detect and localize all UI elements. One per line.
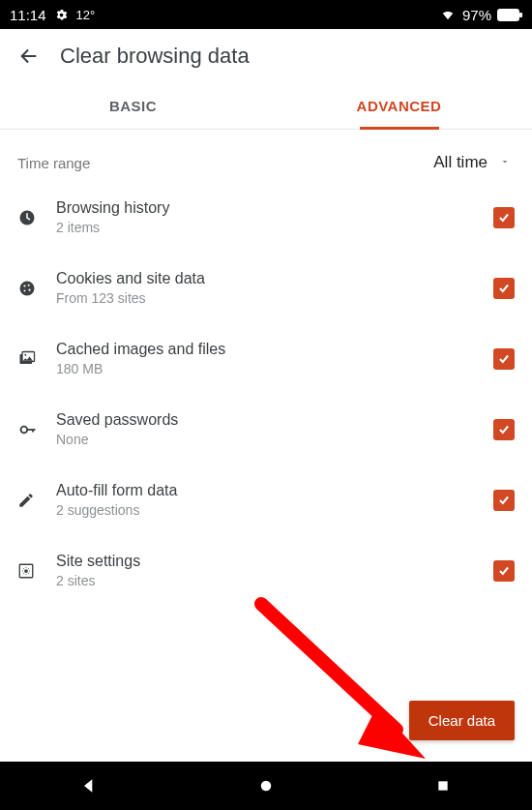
cookie-icon	[17, 279, 56, 298]
svg-rect-1	[519, 13, 522, 17]
checkbox[interactable]	[493, 348, 515, 370]
checkbox[interactable]	[493, 490, 515, 511]
status-bar: 11:14 12° 97%	[0, 0, 532, 29]
tab-basic-label: BASIC	[109, 98, 157, 114]
list-item[interactable]: Auto-fill form data 2 suggestions	[17, 465, 515, 535]
nav-back-button[interactable]	[70, 766, 108, 805]
svg-point-13	[24, 569, 28, 573]
nav-recent-button[interactable]	[424, 766, 462, 805]
clear-data-button[interactable]: Clear data	[409, 701, 515, 740]
svg-rect-16	[439, 781, 448, 790]
android-nav-bar	[0, 762, 532, 810]
item-title: Cached images and files	[56, 341, 493, 358]
item-title: Site settings	[56, 553, 493, 570]
item-subtitle: 2 sites	[56, 573, 493, 588]
chevron-down-icon	[499, 153, 511, 172]
nav-home-button[interactable]	[247, 766, 285, 805]
time-range-select[interactable]: All time	[433, 153, 515, 172]
checkbox[interactable]	[493, 419, 515, 440]
item-subtitle: None	[56, 432, 493, 447]
status-battery: 97%	[462, 7, 491, 23]
status-temp: 12°	[76, 8, 96, 22]
image-icon	[17, 349, 56, 369]
time-range-value: All time	[433, 153, 488, 172]
item-title: Cookies and site data	[56, 270, 493, 287]
svg-point-15	[261, 781, 272, 792]
tab-bar: BASIC ADVANCED	[0, 83, 532, 130]
status-time: 11:14	[10, 7, 46, 23]
page-title: Clear browsing data	[60, 44, 250, 69]
pencil-icon	[17, 492, 56, 509]
svg-point-7	[24, 289, 26, 291]
item-title: Auto-fill form data	[56, 482, 493, 499]
item-subtitle: 2 items	[56, 220, 493, 235]
list-item[interactable]: Browsing history 2 items	[17, 182, 515, 253]
annotation-arrow	[251, 594, 445, 778]
svg-point-3	[20, 281, 35, 295]
list-item[interactable]: Cookies and site data From 123 sites	[17, 253, 515, 323]
tab-advanced[interactable]: ADVANCED	[266, 83, 532, 129]
time-range-row: Time range All time	[17, 130, 515, 182]
list-item[interactable]: Saved passwords None	[17, 394, 515, 465]
key-icon	[17, 420, 56, 439]
checkbox[interactable]	[493, 278, 515, 299]
checkbox[interactable]	[493, 560, 515, 582]
item-title: Browsing history	[56, 199, 493, 217]
item-title: Saved passwords	[56, 411, 493, 429]
app-header: Clear browsing data	[0, 29, 532, 83]
svg-point-5	[28, 284, 30, 285]
tab-basic[interactable]: BASIC	[0, 83, 266, 129]
back-button[interactable]	[14, 41, 44, 72]
gear-icon	[54, 8, 69, 22]
svg-point-4	[23, 285, 25, 286]
battery-icon	[497, 9, 522, 21]
wifi-icon	[439, 8, 457, 21]
item-subtitle: 180 MB	[56, 361, 493, 376]
svg-point-11	[21, 426, 28, 433]
svg-rect-0	[497, 9, 519, 21]
svg-point-10	[24, 353, 26, 355]
checkbox[interactable]	[493, 207, 515, 228]
item-subtitle: 2 suggestions	[56, 502, 493, 518]
tab-advanced-label: ADVANCED	[357, 98, 442, 114]
clock-icon	[17, 208, 56, 227]
time-range-label: Time range	[17, 155, 90, 171]
list-item[interactable]: Site settings 2 sites	[17, 535, 515, 606]
content-area: Time range All time Browsing history 2 i…	[0, 130, 532, 762]
list-item[interactable]: Cached images and files 180 MB	[17, 323, 515, 394]
item-subtitle: From 123 sites	[56, 290, 493, 306]
site-settings-icon	[17, 562, 56, 580]
svg-point-6	[28, 288, 30, 290]
